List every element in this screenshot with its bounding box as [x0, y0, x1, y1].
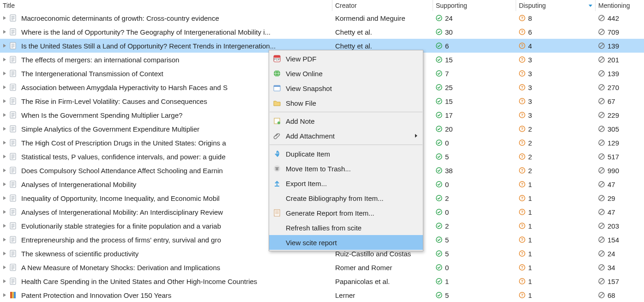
menu-item[interactable]: Show File: [269, 96, 423, 110]
menu-item[interactable]: Add Note: [269, 114, 423, 128]
item-title: Where is the land of Opportunity? The Ge…: [21, 28, 271, 36]
item-title: Analyses of Intergenerational Mobility: …: [21, 208, 223, 216]
disputing-count: 2: [528, 139, 532, 147]
folder-icon: [273, 99, 281, 107]
expand-twisty-icon[interactable]: [3, 223, 7, 228]
item-creator: Papanicolas et al.: [335, 278, 390, 285]
mentioning-badge: 68: [598, 291, 615, 299]
mentioning-count: 139: [608, 42, 619, 50]
menu-item[interactable]: View scite report: [269, 235, 423, 250]
item-title: Is the United States Still a Land of Opp…: [21, 42, 276, 50]
disputing-badge: 3: [519, 97, 532, 105]
expand-twisty-icon[interactable]: [3, 251, 7, 256]
mentioning-count: 29: [608, 194, 615, 202]
table-row[interactable]: A New Measure of Monetary Shocks: Deriva…: [0, 260, 644, 274]
check-circle-icon: [436, 56, 442, 63]
mentioning-badge: 203: [598, 222, 619, 230]
supporting-badge: 5: [436, 236, 449, 244]
menu-item[interactable]: Add Attachment: [269, 128, 423, 143]
expand-twisty-icon[interactable]: [3, 154, 7, 159]
supporting-badge: 0: [436, 208, 449, 216]
doc-icon: [9, 56, 17, 63]
doc-icon: [9, 139, 17, 146]
expand-twisty-icon[interactable]: [3, 43, 7, 48]
mentioning-badge: 47: [598, 181, 615, 188]
table-row[interactable]: Health Care Spending in the United State…: [0, 274, 644, 288]
menu-item[interactable]: View PDF: [269, 51, 423, 66]
check-circle-icon: [436, 42, 442, 49]
expand-twisty-icon[interactable]: [3, 30, 7, 34]
expand-twisty-icon[interactable]: [3, 168, 7, 173]
item-title: When Is the Government Spending Multipli…: [21, 111, 182, 119]
disputing-count: 2: [528, 167, 532, 175]
mentioning-count: 990: [608, 167, 619, 175]
column-header-supporting[interactable]: Supporting: [433, 0, 516, 11]
slash-circle-icon: [598, 209, 605, 215]
check-circle-icon: [436, 98, 442, 104]
menu-item[interactable]: Duplicate Item: [269, 146, 423, 161]
item-title: Does Compulsory School Attendance Affect…: [21, 167, 223, 175]
expand-twisty-icon[interactable]: [3, 16, 7, 20]
table-row[interactable]: Macroeconomic determinants of growth: Cr…: [0, 11, 644, 25]
expand-twisty-icon[interactable]: [3, 127, 7, 131]
column-header-disputing[interactable]: Disputing: [516, 0, 596, 11]
disputing-count: 3: [528, 70, 532, 78]
expand-twisty-icon[interactable]: [3, 85, 7, 90]
disputing-badge: 2: [519, 125, 532, 133]
doc-icon: [9, 167, 17, 174]
snapshot-icon: [273, 84, 281, 92]
supporting-badge: 38: [436, 167, 453, 175]
menu-item[interactable]: Create Bibliography from Item...: [269, 191, 423, 205]
expand-twisty-icon[interactable]: [3, 265, 7, 270]
doc-icon: [9, 70, 17, 77]
expand-twisty-icon[interactable]: [3, 279, 7, 284]
supporting-badge: 0: [436, 264, 449, 272]
table-row[interactable]: Where is the land of Opportunity? The Ge…: [0, 25, 644, 39]
expand-twisty-icon[interactable]: [3, 293, 7, 297]
menu-item[interactable]: Refresh tallies from scite: [269, 220, 423, 235]
expand-twisty-icon[interactable]: [3, 237, 7, 242]
menu-item[interactable]: View Online: [269, 66, 423, 81]
expand-twisty-icon[interactable]: [3, 210, 7, 214]
supporting-badge: 5: [436, 153, 449, 161]
menu-item[interactable]: Export Item...: [269, 176, 423, 191]
menu-item[interactable]: View Snapshot: [269, 81, 423, 96]
menu-item-label: View Snapshot: [286, 85, 417, 92]
slash-circle-icon: [598, 223, 605, 229]
menu-item[interactable]: Move Item to Trash...: [269, 161, 423, 176]
supporting-badge: 2: [436, 194, 449, 202]
table-row[interactable]: Patent Protection and Innovation Over 15…: [0, 288, 644, 302]
slash-circle-icon: [598, 153, 605, 160]
blank-icon: [273, 194, 281, 202]
mentioning-count: 157: [608, 278, 619, 285]
supporting-badge: 30: [436, 28, 453, 36]
column-header-mentioning[interactable]: Mentioning: [596, 0, 642, 11]
expand-twisty-icon[interactable]: [3, 113, 7, 117]
doc-icon: [9, 208, 17, 216]
supporting-badge: 15: [436, 56, 453, 64]
expand-twisty-icon[interactable]: [3, 71, 7, 76]
expand-twisty-icon[interactable]: [3, 140, 7, 145]
supporting-count: 24: [445, 14, 453, 22]
column-header-title[interactable]: Title: [0, 0, 332, 11]
mentioning-count: 34: [608, 264, 615, 272]
disputing-badge: 1: [519, 208, 532, 216]
mentioning-count: 68: [608, 291, 615, 299]
expand-twisty-icon[interactable]: [3, 182, 7, 187]
item-title: Macroeconomic determinants of growth: Cr…: [21, 14, 219, 22]
slash-circle-icon: [598, 236, 605, 243]
disputing-count: 1: [528, 291, 532, 299]
mentioning-badge: 990: [598, 167, 619, 175]
supporting-count: 15: [445, 97, 453, 105]
disputing-badge: 6: [519, 28, 532, 36]
column-header-creator[interactable]: Creator: [332, 0, 433, 11]
menu-item-label: Create Bibliography from Item...: [286, 194, 417, 202]
item-title: Simple Analytics of the Government Expen…: [21, 125, 199, 133]
trash-icon: [273, 164, 281, 173]
expand-twisty-icon[interactable]: [3, 99, 7, 103]
check-circle-icon: [436, 223, 442, 229]
question-circle-icon: [519, 70, 525, 77]
expand-twisty-icon[interactable]: [3, 57, 7, 62]
menu-item[interactable]: Generate Report from Item...: [269, 205, 423, 220]
expand-twisty-icon[interactable]: [3, 196, 7, 200]
